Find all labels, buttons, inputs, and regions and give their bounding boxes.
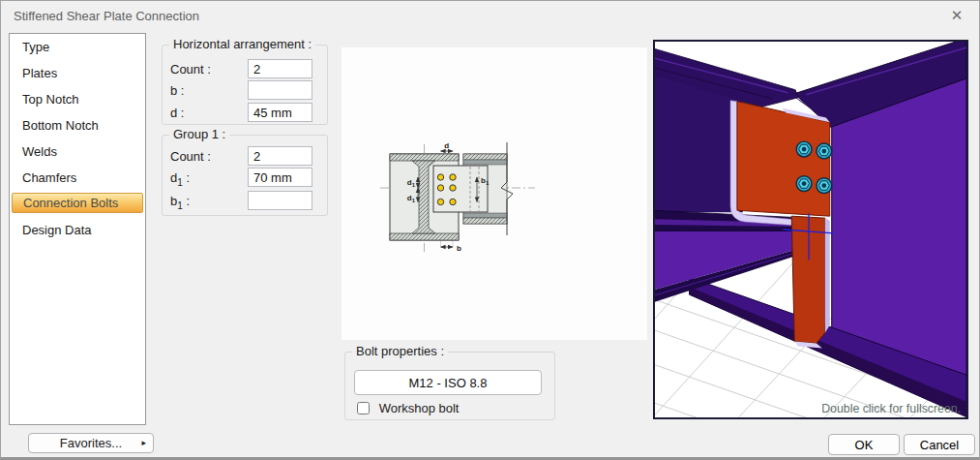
- horizontal-d-input[interactable]: [248, 103, 312, 122]
- group1-count-input[interactable]: [248, 146, 312, 166]
- bolt-diagram-drawing: d d1 d1 b1 b: [342, 47, 555, 338]
- sidebar-item-connection-bolts[interactable]: Connection Bolts: [12, 193, 143, 213]
- field-row: d1 :: [170, 168, 319, 187]
- group-bolt-properties: Bolt properties : M12 - ISO 8.8 Workshop…: [344, 352, 555, 420]
- group-horizontal-arrangement: Horizontal arrangement : Count : b : d :: [162, 45, 328, 125]
- sidebar-item-type[interactable]: Type: [12, 37, 143, 57]
- bolt-arrangement-diagram: d d1 d1 b1 b: [342, 47, 647, 340]
- shear-plate-3d: [730, 101, 830, 226]
- sidebar-item-top-notch[interactable]: Top Notch: [12, 89, 143, 109]
- sidebar-item-plates[interactable]: Plates: [12, 63, 143, 83]
- dialog-stiffened-shear-plate-connection: { "window": { "title": "Stiffened Shear …: [0, 0, 980, 460]
- window-title: Stiffened Shear Plate Connection: [14, 9, 199, 23]
- field-label: Count :: [170, 149, 211, 167]
- field-row: Count :: [170, 59, 319, 78]
- group-legend: Group 1 :: [169, 128, 229, 141]
- bolt-type-button[interactable]: M12 - ISO 8.8: [354, 370, 542, 395]
- sidebar-item-chamfers[interactable]: Chamfers: [12, 168, 143, 188]
- field-label: d :: [170, 106, 184, 123]
- favorites-button[interactable]: Favorites... ▸: [28, 433, 154, 453]
- field-row: Count :: [170, 146, 319, 166]
- horizontal-b-input[interactable]: [248, 80, 312, 100]
- dim-label-d: d: [444, 141, 449, 150]
- fullscreen-hint: Double click for fullscreen.: [821, 402, 961, 415]
- stiffener-plate: [791, 216, 830, 348]
- field-label: Count :: [170, 62, 211, 79]
- field-label: b :: [170, 83, 184, 101]
- sidebar-item-bottom-notch[interactable]: Bottom Notch: [12, 115, 143, 136]
- group-legend: Horizontal arrangement :: [169, 38, 315, 51]
- field-label: b1 :: [170, 194, 190, 211]
- group-group1: Group 1 : Count : d1 : b1 :: [162, 135, 328, 216]
- group-legend: Bolt properties :: [352, 345, 448, 358]
- field-label: d1 :: [170, 170, 190, 188]
- sidebar-item-welds[interactable]: Welds: [12, 141, 143, 162]
- 3d-preview-viewport[interactable]: Double click for fullscreen.: [653, 40, 968, 419]
- dim-label-b: b: [457, 244, 461, 253]
- field-row: d :: [170, 103, 319, 122]
- sidebar: Type Plates Top Notch Bottom Notch Welds…: [9, 33, 146, 425]
- workshop-bolt-row: Workshop bolt: [357, 401, 459, 416]
- field-row: b :: [170, 80, 319, 100]
- submenu-arrow-icon: ▸: [141, 434, 146, 452]
- group1-d1-input[interactable]: [248, 168, 312, 187]
- title-bar[interactable]: Stiffened Shear Plate Connection ✕: [1, 1, 979, 30]
- favorites-label: Favorites...: [60, 436, 122, 450]
- field-row: b1 :: [170, 191, 319, 210]
- sidebar-item-design-data[interactable]: Design Data: [12, 220, 143, 240]
- horizontal-count-input[interactable]: [248, 59, 312, 78]
- ok-button[interactable]: OK: [828, 434, 900, 455]
- workshop-bolt-label: Workshop bolt: [379, 401, 460, 415]
- group1-b1-input[interactable]: [248, 191, 312, 210]
- close-icon[interactable]: ✕: [942, 4, 971, 27]
- workshop-bolt-checkbox[interactable]: [357, 402, 370, 414]
- 3d-render: Double click for fullscreen.: [655, 42, 966, 417]
- cancel-button[interactable]: Cancel: [904, 434, 975, 455]
